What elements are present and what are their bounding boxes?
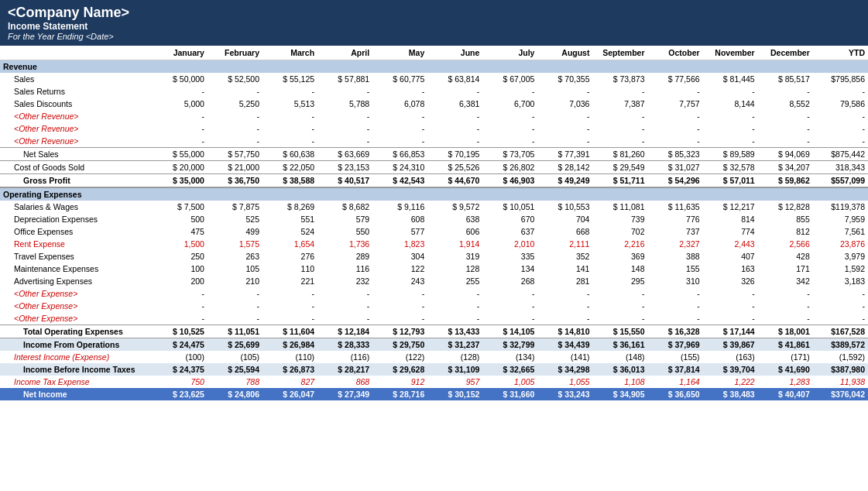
row-value: 7,387 [592,98,647,110]
row-value: 310 [648,275,703,287]
row-value: - [703,85,758,98]
row-value: 281 [537,275,592,287]
row-value: $ 22,050 [262,161,317,174]
row-value: 8,552 [758,98,813,110]
row-value: 326 [703,275,758,287]
row-value: $ 7,500 [153,201,208,213]
row-value: $ 35,000 [153,174,208,188]
row-value: 7,757 [648,98,703,110]
row-value: - [427,110,482,122]
row-value: 702 [592,225,647,238]
section-header-label: Operating Expenses [0,187,868,201]
row-value: $ 28,217 [317,363,372,376]
row-value: 155 [648,263,703,275]
row-label: Cost of Goods Sold [0,161,153,174]
row-value: - [537,312,592,325]
row-value: - [592,287,647,300]
row-value: - [482,312,537,325]
row-value: 342 [758,275,813,287]
table-row: Interest Income (Expense)(100)(105)(110)… [0,351,868,363]
row-value: - [153,85,208,98]
row-label: <Other Expense> [0,312,153,325]
row-value: 1,283 [758,376,813,388]
row-value: $ 81,260 [592,148,647,161]
row-value: - [813,312,868,325]
header-april: April [317,46,372,60]
row-value: (105) [208,351,262,363]
row-value: $ 55,000 [153,148,208,161]
row-value: $ 8,269 [262,201,317,213]
row-value: 638 [427,213,482,225]
row-value: 2,327 [648,238,703,250]
row-value: $ 36,013 [592,363,647,376]
row-label: Sales Discounts [0,98,153,110]
row-value: $ 10,553 [537,201,592,213]
row-value: - [317,85,372,98]
row-value: $ 10,051 [482,201,537,213]
row-value: 637 [482,225,537,238]
row-value: $ 26,802 [482,161,537,174]
row-value: - [153,312,208,325]
row-value: 221 [262,275,317,287]
row-label: Travel Expenses [0,250,153,263]
row-value: 289 [317,250,372,263]
table-row: Advertising Expenses20021022123224325526… [0,275,868,287]
report-header: <Company Name> Income Statement For the … [0,0,868,46]
row-value: - [372,85,427,98]
header-september: September [592,46,647,60]
row-value: $ 24,475 [153,338,208,352]
row-value: $ 39,867 [703,338,758,352]
row-value: - [482,287,537,300]
row-value: 2,216 [592,238,647,250]
row-value: - [537,287,592,300]
table-row: Rent Expense1,5001,5751,6541,7361,8231,9… [0,238,868,250]
row-value: (134) [482,351,537,363]
row-label: Income Tax Expense [0,376,153,388]
row-value: $ 54,296 [648,174,703,188]
row-value: $ 81,445 [703,73,758,85]
row-label: Income Before Income Taxes [0,363,153,376]
row-value: 335 [482,250,537,263]
row-value: $ 29,750 [372,338,427,352]
row-value: $ 37,969 [648,338,703,352]
row-value: 606 [427,225,482,238]
row-value: 1,914 [427,238,482,250]
row-value: 6,700 [482,98,537,110]
row-value: 243 [372,275,427,287]
row-value: $ 67,005 [482,73,537,85]
header-june: June [427,46,482,60]
row-value: 579 [317,213,372,225]
row-value: 1,108 [592,376,647,388]
row-label: <Other Expense> [0,300,153,312]
row-value: $ 11,604 [262,325,317,338]
row-value: $ 73,705 [482,148,537,161]
row-value: $ 24,375 [153,363,208,376]
row-label: Interest Income (Expense) [0,351,153,363]
row-value: 388 [648,250,703,263]
row-value: 525 [208,213,262,225]
row-value: $ 85,517 [758,73,813,85]
row-value: 110 [262,263,317,275]
row-label: Gross Profit [0,174,153,188]
row-value: $ 11,051 [208,325,262,338]
row-value: $ 94,069 [758,148,813,161]
row-value: $ 57,881 [317,73,372,85]
row-value: 608 [372,213,427,225]
row-value: 812 [758,225,813,238]
row-value: 551 [262,213,317,225]
row-value: $ 63,669 [317,148,372,161]
table-row: Sales$ 50,000$ 52,500$ 55,125$ 57,881$ 6… [0,73,868,85]
row-label: Depreciation Expenses [0,213,153,225]
row-value: $ 32,578 [703,161,758,174]
row-value: 6,078 [372,98,427,110]
row-value: - [317,287,372,300]
row-value: - [813,135,868,148]
row-value: - [153,122,208,135]
row-value: 116 [317,263,372,275]
row-value: - [648,85,703,98]
row-value: - [703,110,758,122]
row-value: $167,528 [813,325,868,338]
row-value: - [648,110,703,122]
row-value: 814 [703,213,758,225]
row-value: 23,876 [813,238,868,250]
